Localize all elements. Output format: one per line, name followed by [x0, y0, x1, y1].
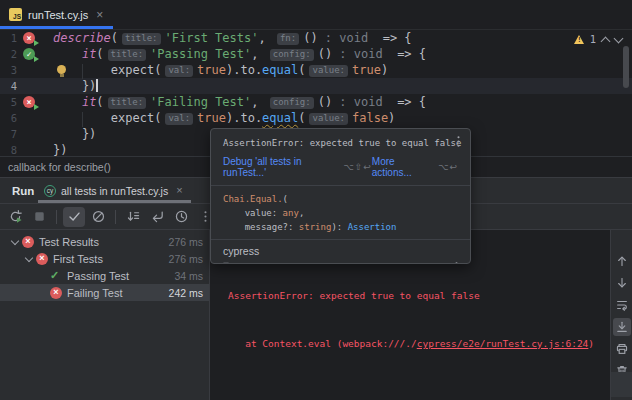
code-token: describe — [53, 31, 111, 45]
doc-token: , — [299, 208, 304, 218]
test-tree-row[interactable]: ×Test Results276 ms — [0, 233, 209, 250]
test-name: Test Results — [39, 236, 99, 248]
scroll-to-end-icon[interactable] — [613, 318, 631, 336]
run-test-passed-icon[interactable]: ✓ — [23, 48, 35, 60]
test-duration: 34 ms — [174, 270, 203, 282]
show-ignored-icon[interactable] — [87, 207, 109, 227]
code-token: true — [197, 63, 226, 77]
code-token: ).to. — [226, 111, 262, 125]
line-number: 1 — [0, 32, 17, 44]
js-file-icon: JS — [9, 8, 22, 21]
gutter: 6 — [0, 110, 53, 126]
code-token: ( — [298, 111, 305, 125]
more-actions-link[interactable]: More actions... — [372, 156, 432, 178]
test-name: Failing Test — [67, 287, 122, 299]
code-line-1: 1×describe(title:'First Tests', fn:() : … — [0, 30, 632, 46]
sort-tests-icon[interactable] — [122, 207, 144, 227]
code-token: ).to. — [226, 63, 262, 77]
code-token: , — [251, 95, 265, 109]
editor-tab-runtest[interactable]: JS runTest.cy.js × — [0, 0, 113, 29]
code-token: true — [197, 111, 226, 125]
next-problem-icon[interactable] — [614, 33, 624, 43]
doc-token: Chai.Equal. — [223, 194, 283, 204]
soft-wrap-icon[interactable] — [613, 296, 631, 314]
debug-tests-link[interactable]: Debug 'all tests in runTest...' — [223, 156, 337, 178]
line-number: 5 — [0, 96, 17, 108]
stop-icon[interactable] — [28, 207, 50, 227]
editor-tab-label: runTest.cy.js — [28, 9, 88, 21]
test-passed-icon: ✓ — [50, 269, 67, 282]
code-token: it — [82, 95, 96, 109]
code-token: ( — [111, 31, 118, 45]
scroll-down-icon[interactable] — [613, 274, 631, 292]
code-token: ) — [381, 63, 388, 77]
print-icon[interactable] — [613, 340, 631, 358]
test-failed-icon: × — [36, 253, 53, 265]
more-options-icon[interactable] — [449, 260, 464, 264]
console-output: AssertionError: expected true to equal f… — [228, 268, 594, 371]
previous-problem-icon[interactable] — [601, 36, 611, 46]
code-line-3: 3 expect(val:true).to.equal(value:true) — [0, 62, 632, 78]
doc-token: ( — [283, 194, 288, 204]
editor-tab-bar: JS runTest.cy.js × — [0, 0, 632, 30]
code-token: equal — [262, 63, 298, 77]
code-line-4: 4 }) — [0, 78, 632, 94]
navigate-source-icon[interactable] — [146, 207, 168, 227]
close-tab-icon[interactable]: × — [176, 186, 182, 195]
test-tree-row[interactable]: ×First Tests276 ms — [0, 250, 209, 267]
editor-scrollbar[interactable] — [623, 46, 629, 88]
gutter: 2✓ — [0, 46, 53, 62]
code-token: , — [258, 31, 272, 45]
gutter: 1× — [0, 30, 53, 46]
test-tree-row[interactable]: ×Failing Test242 ms — [0, 284, 209, 301]
warning-count: 1 — [590, 33, 596, 45]
code-token: }) — [53, 127, 96, 141]
line-number: 8 — [0, 144, 17, 156]
doc-line: value: any, — [223, 206, 458, 220]
code-token: 'First Tests' — [165, 31, 259, 45]
stack-trace-link[interactable]: cypress/e2e/runTest.cy.js:6:24 — [417, 338, 589, 349]
code-token: expect — [111, 63, 154, 77]
code-token: : void — [332, 95, 383, 109]
code-line-2: 2✓ it(title:'Passing Test', config:() : … — [0, 46, 632, 62]
scrollbar-corner — [611, 372, 632, 397]
show-passed-icon[interactable] — [63, 207, 85, 227]
code-token: }) — [53, 143, 67, 156]
rerun-tests-icon[interactable] — [4, 207, 26, 227]
doc-token: message?: — [223, 222, 299, 232]
quick-documentation: Chai.Equal.( value: any, message?: strin… — [211, 186, 470, 239]
indent-guide — [82, 112, 83, 127]
doc-token: Assertion — [348, 222, 397, 232]
inlay-hint: title: — [122, 33, 161, 45]
stack-text: ) — [588, 338, 594, 349]
test-tree-row[interactable]: ✓Passing Test34 ms — [0, 267, 209, 284]
line-number: 7 — [0, 128, 17, 140]
chevron-down-icon[interactable] — [22, 255, 36, 263]
more-options-icon[interactable] — [451, 134, 466, 149]
sort-by-duration-icon[interactable] — [170, 207, 192, 227]
code-token: () — [303, 31, 317, 45]
code-token: ( — [154, 63, 161, 77]
edit-source-icon[interactable] — [223, 261, 237, 264]
chevron-down-icon[interactable] — [8, 238, 22, 246]
breadcrumb-context[interactable]: callback for describe() — [8, 161, 111, 173]
intention-bulb-icon[interactable] — [57, 65, 66, 74]
run-test-failed-icon[interactable]: × — [23, 96, 35, 108]
code-text: }) — [53, 78, 98, 94]
close-tab-icon[interactable]: × — [96, 10, 103, 20]
code-token: , — [251, 47, 265, 61]
run-tab-all-tests[interactable]: cy all tests in runTest.cy.js × — [38, 178, 191, 203]
popup-actions-row: Debug 'all tests in runTest...' ⌥⇧↩ More… — [211, 148, 470, 185]
test-failed-icon: × — [50, 287, 67, 299]
scroll-up-icon[interactable] — [613, 252, 631, 270]
console-stack-line: at Context.eval (webpack:///./cypress/e2… — [228, 338, 594, 349]
inlay-hint: config: — [270, 49, 314, 61]
run-test-failed-icon[interactable]: × — [23, 32, 35, 44]
code-token: ( — [96, 47, 103, 61]
inspections-widget[interactable]: ! 1 — [574, 33, 622, 45]
line-number: 2 — [0, 48, 17, 60]
code-text: expect(val:true).to.equal(value:true) — [53, 62, 388, 78]
code-token — [53, 47, 82, 61]
code-text: it(title:'Passing Test', config:() : voi… — [53, 46, 426, 62]
console-error-line: AssertionError: expected true to equal f… — [228, 290, 594, 301]
